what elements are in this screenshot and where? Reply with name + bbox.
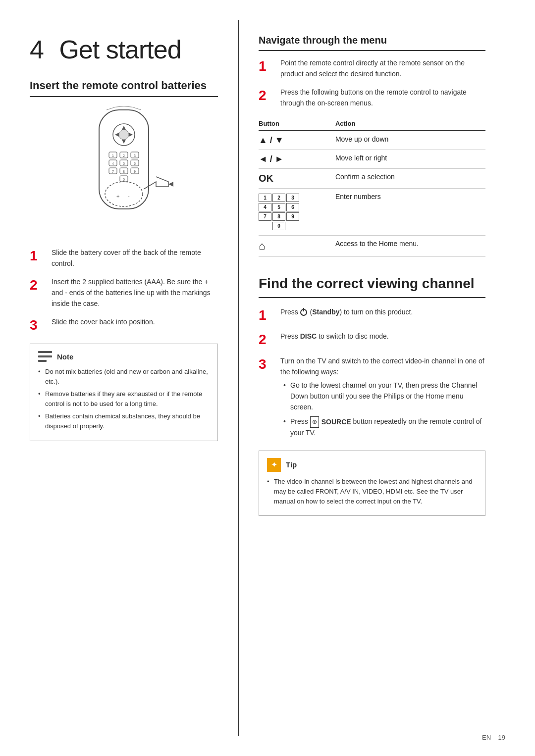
find-section: Find the correct viewing channel 1 Press… — [259, 275, 485, 516]
step-3: 3 Slide the cover back into position. — [30, 317, 218, 334]
note-bullets-list: Do not mix batteries (old and new or car… — [38, 367, 210, 431]
source-bold: SOURCE — [321, 417, 351, 428]
left-column: 4 Get started Insert the remote control … — [0, 20, 238, 736]
navigate-section: Navigate through the menu 1 Point the re… — [259, 35, 485, 257]
table-row: ⌂ Access to the Home menu. — [259, 235, 485, 256]
chapter-number: 4 — [30, 35, 44, 64]
svg-text:-: - — [128, 193, 130, 199]
numpad-4: 4 — [259, 203, 271, 211]
section-heading-batteries: Insert the remote control batteries — [30, 79, 218, 97]
chapter-title: 4 Get started — [30, 35, 218, 64]
svg-rect-0 — [99, 110, 149, 209]
remote-image-container: 1 2 3 4 5 6 7 8 9 0 + - — [30, 105, 218, 234]
find-channel-heading: Find the correct viewing channel — [259, 275, 485, 298]
action-home: Access to the Home menu. — [335, 235, 485, 256]
find-step-1: 1 Press (Standby) to turn on this produc… — [259, 307, 485, 324]
numpad-2: 2 — [272, 194, 285, 202]
nav-step-num-1: 1 — [259, 58, 272, 75]
tip-header: ✦ Tip — [267, 458, 477, 472]
find-step-2: 2 Press DISC to switch to disc mode. — [259, 331, 485, 348]
svg-text:9: 9 — [134, 170, 136, 173]
find-step-text-2: Press DISC to switch to disc mode. — [280, 331, 389, 342]
table-row: ▲ / ▼ Move up or down — [259, 131, 485, 150]
step-text-2: Insert the 2 supplied batteries (AAA). B… — [52, 277, 218, 309]
numpad-5: 5 — [272, 203, 285, 211]
sub-bullet-1: Go to the lowest channel on your TV, the… — [280, 380, 485, 412]
note-bullet-2: Remove batteries if they are exhausted o… — [38, 389, 210, 408]
tip-box: ✦ Tip The video-in channel is between th… — [259, 451, 485, 516]
button-left-right: ◄ / ► — [259, 150, 335, 168]
svg-text:+: + — [116, 193, 119, 199]
button-home: ⌂ — [259, 235, 335, 256]
svg-text:3: 3 — [134, 154, 136, 157]
svg-text:7: 7 — [112, 170, 114, 173]
numpad-9: 9 — [286, 212, 299, 221]
step-text-1: Slide the battery cover off the back of … — [52, 248, 218, 269]
tip-icon: ✦ — [267, 458, 281, 472]
standby-bold: Standby — [312, 308, 339, 316]
table-header-button: Button — [259, 117, 335, 131]
find-step-text-1: Press (Standby) to turn on this product. — [280, 307, 413, 318]
svg-text:2: 2 — [123, 154, 125, 157]
nav-step-text-2: Press the following buttons on the remot… — [280, 87, 485, 108]
table-row: 1 2 3 4 5 6 7 8 9 0 — [259, 188, 485, 235]
svg-point-7 — [119, 130, 129, 140]
step-number-1: 1 — [30, 248, 44, 264]
tip-bullets-list: The video-in channel is between the lowe… — [267, 477, 477, 506]
tip-bullet-1: The video-in channel is between the lowe… — [267, 477, 477, 506]
action-ok: Confirm a selection — [335, 168, 485, 188]
battery-steps: 1 Slide the battery cover off the back o… — [30, 248, 218, 334]
sub-bullet-2: Press ⊕ SOURCE button repeatedly on the … — [280, 416, 485, 438]
right-column: Navigate through the menu 1 Point the re… — [238, 20, 515, 736]
numpad-grid: 1 2 3 4 5 6 7 8 9 0 — [259, 194, 331, 230]
numpad-1: 1 — [259, 194, 271, 202]
nav-step-num-2: 2 — [259, 87, 272, 104]
button-numpad: 1 2 3 4 5 6 7 8 9 0 — [259, 188, 335, 235]
note-icon-line-2 — [38, 355, 52, 357]
numpad-7: 7 — [259, 212, 271, 221]
note-bullet-3: Batteries contain chemical substances, t… — [38, 411, 210, 431]
svg-marker-30 — [168, 182, 173, 187]
numpad-8: 8 — [272, 212, 285, 221]
find-step-text-3-container: Turn on the TV and switch to the correct… — [280, 356, 485, 443]
svg-marker-4 — [122, 140, 126, 144]
nav-step-text-1: Point the remote control directly at the… — [280, 58, 485, 79]
tip-star-icon: ✦ — [271, 460, 277, 469]
svg-text:5: 5 — [123, 162, 125, 165]
tip-label: Tip — [286, 460, 297, 469]
note-label: Note — [57, 353, 73, 361]
note-icon — [38, 351, 52, 362]
note-bullet-1: Do not mix batteries (old and new or car… — [38, 367, 210, 386]
nav-step-1: 1 Point the remote control directly at t… — [259, 58, 485, 79]
button-ok: OK — [259, 168, 335, 188]
svg-point-1 — [105, 182, 143, 206]
step-number-2: 2 — [30, 277, 44, 294]
find-step-num-2: 2 — [259, 331, 272, 348]
action-up-down: Move up or down — [335, 131, 485, 150]
standby-icon — [300, 309, 307, 316]
button-action-table: Button Action ▲ / ▼ Move up or down ◄ / … — [259, 117, 485, 257]
table-row: OK Confirm a selection — [259, 168, 485, 188]
step-text-3: Slide the cover back into position. — [52, 317, 155, 328]
page-footer: EN 19 — [482, 734, 505, 741]
action-numbers: Enter numbers — [335, 188, 485, 235]
find-step-num-3: 3 — [259, 356, 272, 373]
source-button-label: ⊕ SOURCE — [310, 416, 351, 428]
find-step-3: 3 Turn on the TV and switch to the corre… — [259, 356, 485, 443]
note-header: Note — [38, 351, 210, 362]
sub-bullets-list: Go to the lowest channel on your TV, the… — [280, 380, 485, 438]
svg-text:8: 8 — [123, 170, 125, 173]
svg-text:4: 4 — [112, 162, 114, 165]
chapter-title-text: Get started — [59, 35, 181, 64]
note-box: Note Do not mix batteries (old and new o… — [30, 344, 218, 441]
svg-marker-3 — [122, 126, 126, 130]
numpad-0: 0 — [272, 222, 285, 230]
step-2: 2 Insert the 2 supplied batteries (AAA).… — [30, 277, 218, 309]
svg-marker-5 — [115, 133, 119, 137]
navigate-heading: Navigate through the menu — [259, 35, 485, 51]
nav-step-2: 2 Press the following buttons on the rem… — [259, 87, 485, 108]
numpad-3: 3 — [286, 194, 299, 202]
table-row: ◄ / ► Move left or right — [259, 150, 485, 168]
disc-bold: DISC — [300, 332, 317, 340]
numpad-6: 6 — [286, 203, 299, 211]
